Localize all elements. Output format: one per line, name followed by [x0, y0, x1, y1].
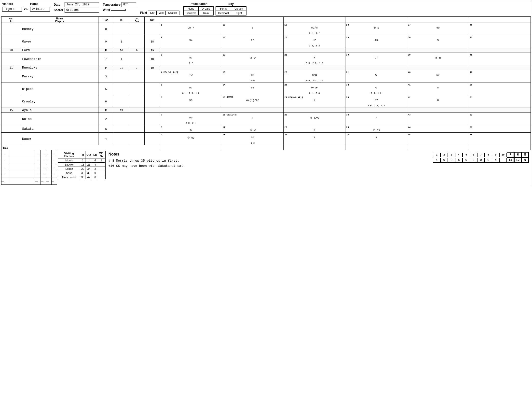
play-cell: 35② 63 — [345, 125, 407, 133]
pitchers-table: VisitingPitchers In Out ER W/LSv Morris1… — [58, 151, 106, 179]
bats-cell-6 — [469, 145, 531, 150]
sub-name: Ruenicke — [21, 65, 98, 70]
sub-pos: P — [98, 48, 114, 53]
sub-play-cell — [469, 65, 531, 70]
wind-value — [111, 9, 126, 11]
rhe-val-r: 13 — [507, 157, 514, 163]
player-def-in — [114, 70, 129, 83]
sub-def-out — [145, 108, 160, 113]
pitcher-er: 6 — [92, 158, 98, 163]
play-cell: 46 — [469, 23, 531, 35]
sub-def-out: 19 — [145, 65, 160, 70]
pitcher-in: 15 — [80, 163, 85, 167]
player-off-in — [1, 23, 21, 35]
col-off-in: Off.In — [1, 17, 21, 23]
sub-row-2: — — — — — — [1, 157, 57, 164]
player-name: Ripken — [21, 83, 98, 95]
play-cell: 28⑥ 8 — [345, 23, 407, 35]
play-cell: 1458 — [222, 83, 284, 95]
pitcher-row: Lopez22342 — [58, 167, 106, 171]
pitcher-out: 34 — [85, 167, 92, 171]
play-cell: 3759 — [407, 23, 469, 35]
pitcher-name: Sosa — [58, 171, 80, 175]
player-def-out — [145, 113, 160, 125]
inning-label-10: 10 — [499, 153, 507, 157]
play-cell: 48 — [469, 53, 531, 65]
player-def-pos — [129, 95, 145, 108]
rhe-values-row: 13 12 0 — [507, 157, 529, 163]
col-players: HomePlayers — [21, 17, 98, 23]
play-cell: 1123 — [222, 35, 284, 48]
sky-grid: Sunny Cloudy Overcast Night — [216, 6, 246, 15]
play-cell: 15 ⓗⓟⓓ64(1)/FO — [222, 95, 284, 108]
bats-label: Bats — [1, 145, 160, 150]
play-cell: 32W2-3, 1-2 — [345, 83, 407, 95]
sky-sunny: Sunny — [216, 6, 231, 11]
pitcher-in: 35 — [80, 171, 85, 175]
play-cell: 50 — [469, 83, 531, 95]
temp-wind: Temperature 87° Wind — [103, 2, 136, 12]
main-scoring-table: Off.In HomePlayers Pos In Def.Pos Out Bu… — [1, 17, 531, 150]
sub-dpos-5: — — [46, 178, 52, 185]
rhe-label-e: E — [521, 152, 529, 157]
inning-value-7: 0 — [477, 158, 485, 163]
player-off-in — [1, 83, 21, 95]
player-off-in — [1, 113, 21, 125]
sub-pos-4: — — [35, 171, 41, 178]
sub-play-cell — [345, 48, 407, 53]
player-off-in — [1, 133, 21, 145]
player-rows: Bumbry81CD K1081959/G3-H, 1-228⑥ 8375946… — [1, 23, 531, 145]
inning-value-6: 2 — [470, 158, 477, 163]
player-def-in — [114, 133, 129, 145]
bats-row: Bats — [1, 145, 531, 150]
pitcher-wl — [98, 167, 105, 171]
sub-pos-2: — — [35, 157, 41, 164]
pitcher-row: Morris1146L — [58, 158, 106, 163]
inning-label-9: 9 — [492, 153, 499, 157]
play-cell: 269 — [284, 125, 345, 133]
player-def-in — [114, 23, 129, 35]
play-cell: 16 CS2(24)R6 — [222, 113, 284, 125]
field-dry: Dry — [148, 11, 157, 15]
pitcher-row: Underwood39420 — [58, 175, 106, 179]
pitcher-name: Lopez — [58, 167, 80, 171]
play-cell: 45 — [407, 133, 469, 145]
player-pos: 2 — [98, 113, 114, 125]
play-cell: 20HP2-3, 1-2 — [284, 35, 345, 48]
sub-name-3 — [8, 164, 35, 171]
player-name: Dauer — [21, 133, 98, 145]
sub-name-5 — [8, 178, 35, 185]
sub-def-out: 19 — [145, 48, 160, 53]
player-row: Crowley065315 ⓗⓟⓓ64(1)/FO24 PB(3-H(NR))K… — [1, 95, 531, 108]
player-row: Sakata68517④ W26935② 634453 — [1, 125, 531, 133]
inning-label-4: 4 — [455, 153, 463, 157]
sub-def-pos: 9 — [129, 48, 145, 53]
sub-def-pos — [129, 108, 145, 113]
play-cell: 54 — [469, 133, 531, 145]
notes-score-section: Notes # 8 Morris threw 35 pitches in fir… — [107, 150, 531, 185]
sub-off-in: 20 — [1, 48, 21, 53]
bats-cell-2 — [222, 145, 284, 150]
play-cell: 1959/G3-H, 1-2 — [284, 23, 345, 35]
play-cell: 2943 — [345, 35, 407, 48]
notes-lines: # 8 Morris threw 35 pitches in first. #1… — [109, 158, 183, 169]
play-cell: 47 — [469, 35, 531, 48]
play-cell: 347 — [345, 113, 407, 125]
player-pos: 6 — [98, 125, 114, 133]
pt-col-er: ER — [92, 151, 98, 158]
pitcher-out: 21 — [85, 163, 92, 167]
pt-col-in: In — [80, 151, 85, 158]
notes-title: Notes — [109, 152, 183, 156]
pitcher-er: 0 — [92, 171, 98, 175]
player-def-out — [145, 70, 160, 83]
sub-name: Ayala — [21, 108, 98, 113]
player-def-out: 18 — [145, 35, 160, 48]
player-row: Ripken55D73-H, 2-H, 1-31458239/sF3-H, 2-… — [1, 83, 531, 95]
player-name: Nolan — [21, 113, 98, 125]
pitcher-wl — [98, 175, 105, 179]
sub-pos-1: — — [35, 150, 41, 157]
pitcher-wl — [98, 171, 105, 175]
player-def-pos — [129, 53, 145, 65]
precip-rain: Rain — [198, 11, 213, 15]
player-def-pos — [129, 70, 145, 83]
